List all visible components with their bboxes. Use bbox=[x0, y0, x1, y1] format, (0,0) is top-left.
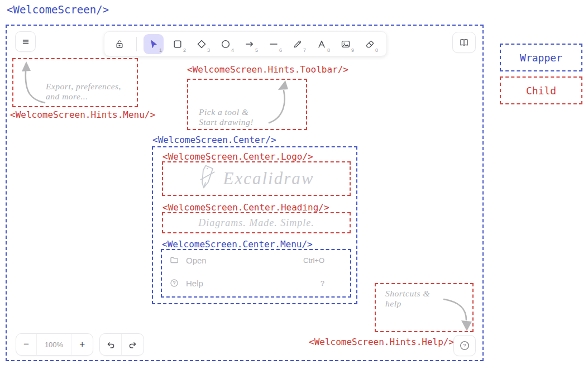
tool-text-button[interactable]: 8 bbox=[312, 34, 332, 54]
tool-shortcut-number: 7 bbox=[303, 47, 306, 53]
hint-toolbar-text: Pick a tool & Start drawing! bbox=[199, 107, 254, 127]
text-icon bbox=[316, 39, 327, 50]
main-menu-button[interactable] bbox=[15, 31, 36, 52]
menu-item-label: Help bbox=[186, 279, 203, 288]
tool-eraser-button[interactable]: 0 bbox=[360, 34, 380, 54]
tool-shortcut-number: 3 bbox=[207, 47, 210, 53]
root-component-label: <WelcomeScreen/> bbox=[7, 3, 109, 16]
rectangle-icon bbox=[172, 39, 183, 50]
center-wrapper-box: <WelcomeScreen.Center.Logo/> Excalidraw … bbox=[152, 146, 357, 304]
center-logo-box: Excalidraw bbox=[162, 161, 351, 196]
legend-wrapper-label: Wrapper bbox=[520, 52, 562, 64]
svg-text:?: ? bbox=[463, 342, 466, 348]
toolbar: 1 2 3 bbox=[104, 31, 387, 56]
tool-line-button[interactable]: 6 bbox=[264, 34, 284, 54]
center-logo-label: <WelcomeScreen.Center.Logo/> bbox=[162, 151, 313, 162]
tool-diamond-button[interactable]: 3 bbox=[192, 34, 212, 54]
undo-icon bbox=[106, 339, 116, 350]
help-circle-icon bbox=[169, 278, 179, 288]
zoom-controls: − 100% + bbox=[16, 333, 93, 356]
library-button[interactable] bbox=[452, 32, 476, 53]
tool-shortcut-number: 8 bbox=[327, 47, 330, 53]
undo-button[interactable] bbox=[100, 334, 122, 355]
tool-shortcut-number: 6 bbox=[279, 47, 282, 53]
zoom-out-button[interactable]: − bbox=[16, 334, 37, 355]
book-icon bbox=[458, 37, 470, 48]
center-label: <WelcomeScreen.Center/> bbox=[152, 135, 276, 145]
tool-image-button[interactable]: 9 bbox=[336, 34, 356, 54]
welcome-screen-wrapper: 1 2 3 bbox=[6, 25, 484, 361]
zoom-level-reset[interactable]: 100% bbox=[37, 334, 71, 355]
redo-button[interactable] bbox=[122, 334, 144, 355]
question-circle-icon: ? bbox=[459, 340, 470, 351]
tool-shortcut-number: 9 bbox=[351, 47, 354, 53]
tool-draw-button[interactable]: 7 bbox=[288, 34, 308, 54]
tool-shortcut-number: 0 bbox=[375, 47, 378, 53]
diamond-icon bbox=[196, 39, 207, 50]
arrow-icon bbox=[244, 39, 255, 50]
center-heading-text: Diagrams. Made. Simple. bbox=[198, 217, 314, 229]
lock-button[interactable] bbox=[109, 34, 130, 54]
lock-icon bbox=[114, 39, 125, 50]
image-icon bbox=[340, 39, 351, 50]
folder-icon bbox=[169, 255, 179, 265]
center-heading-box: Diagrams. Made. Simple. bbox=[162, 212, 351, 233]
hint-menu-text: Export, preferences, and more... bbox=[46, 82, 121, 102]
help-button[interactable]: ? bbox=[453, 335, 476, 356]
undo-redo-controls bbox=[99, 333, 144, 356]
minus-icon: − bbox=[23, 339, 29, 350]
center-menu-label: <WelcomeScreen.Center.Menu/> bbox=[162, 239, 313, 250]
selection-icon bbox=[148, 39, 159, 50]
toolbar-divider bbox=[136, 37, 137, 51]
tool-ellipse-button[interactable]: 4 bbox=[216, 34, 236, 54]
ellipse-icon bbox=[220, 39, 231, 50]
eraser-icon bbox=[364, 39, 375, 50]
menu-item-shortcut: ? bbox=[321, 279, 324, 287]
plus-icon: + bbox=[79, 339, 85, 350]
menu-item-shortcut: Ctrl+O bbox=[303, 256, 324, 265]
tool-rectangle-button[interactable]: 2 bbox=[168, 34, 188, 54]
tool-selection-button[interactable]: 1 bbox=[144, 34, 164, 54]
tool-shortcut-number: 1 bbox=[159, 47, 162, 53]
tool-shortcut-number: 2 bbox=[183, 47, 186, 53]
hamburger-icon bbox=[20, 36, 31, 47]
draw-icon bbox=[292, 39, 303, 50]
tool-shortcut-number: 5 bbox=[255, 47, 258, 53]
excalidraw-logo-text: Excalidraw bbox=[223, 169, 314, 189]
legend-wrapper-box: Wrapper bbox=[500, 44, 582, 71]
menu-item-label: Open bbox=[186, 256, 207, 265]
hint-toolbar-label: <WelcomeScreen.Hints.Toolbar/> bbox=[187, 64, 348, 75]
redo-icon bbox=[127, 339, 138, 350]
center-heading-label: <WelcomeScreen.Center.Heading/> bbox=[162, 202, 329, 213]
center-menu-box: Open Ctrl+O Help ? bbox=[161, 249, 351, 298]
legend-child-box: Child bbox=[500, 76, 582, 104]
welcome-menu-item-open[interactable]: Open Ctrl+O bbox=[169, 254, 324, 266]
legend-child-label: Child bbox=[526, 85, 556, 97]
hint-menu-label: <WelcomeScreen.Hints.Menu/> bbox=[10, 109, 155, 120]
line-icon bbox=[268, 39, 279, 50]
excalidraw-pencil-icon bbox=[199, 164, 217, 194]
tool-arrow-button[interactable]: 5 bbox=[240, 34, 260, 54]
tool-shortcut-number: 4 bbox=[231, 47, 234, 53]
zoom-in-button[interactable]: + bbox=[71, 334, 93, 355]
welcome-menu-item-help[interactable]: Help ? bbox=[169, 277, 324, 289]
hint-help-label: <WelcomeScreen.Hints.Help/> bbox=[309, 337, 454, 347]
hint-help-text: Shortcuts & help bbox=[385, 289, 430, 309]
page: <WelcomeScreen/> bbox=[0, 0, 588, 369]
